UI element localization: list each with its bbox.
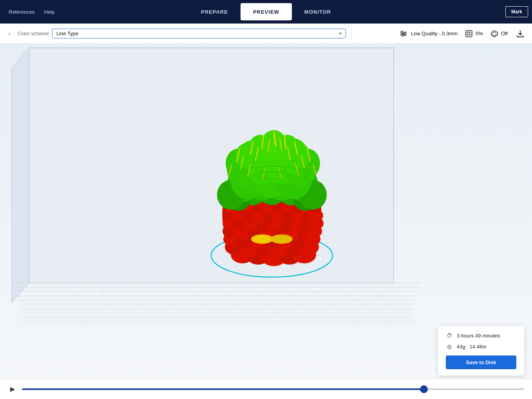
time-row: ⏱ 3 hours 49 minutes bbox=[446, 332, 516, 339]
quality-section[interactable]: Low Quality - 0.3mm bbox=[399, 29, 458, 38]
svg-point-4 bbox=[404, 33, 405, 34]
menu-help[interactable]: Help bbox=[39, 0, 59, 24]
svg-point-3 bbox=[401, 31, 403, 33]
tab-monitor[interactable]: MONITOR bbox=[292, 3, 344, 20]
save-to-disk-button[interactable]: Save to Disk bbox=[446, 355, 516, 369]
weight-row: ◎ 43g · 14.46m bbox=[446, 343, 516, 350]
toolbar-separator-1 bbox=[351, 28, 352, 40]
support-section[interactable]: Off bbox=[490, 29, 508, 38]
quality-settings-icon bbox=[399, 29, 408, 38]
infill-section[interactable]: 0% bbox=[465, 29, 483, 38]
timeline-slider-thumb[interactable] bbox=[420, 385, 428, 393]
svg-marker-12 bbox=[493, 32, 496, 36]
support-label: Off bbox=[501, 31, 508, 36]
tab-preview[interactable]: PREVIEW bbox=[241, 3, 292, 20]
color-scheme-dropdown[interactable]: Line Type ▾ bbox=[52, 29, 346, 38]
mark-button[interactable]: Mark bbox=[505, 6, 528, 17]
info-panel: ⏱ 3 hours 49 minutes ◎ 43g · 14.46m Save… bbox=[438, 326, 524, 375]
color-scheme-label: Color scheme bbox=[18, 31, 49, 36]
color-scheme-chevron-icon: ▾ bbox=[339, 31, 342, 36]
weight-icon: ◎ bbox=[446, 343, 453, 350]
support-icon bbox=[490, 29, 499, 38]
quality-label: Low Quality - 0.3mm bbox=[411, 31, 458, 36]
weight-label: 43g · 14.46m bbox=[457, 344, 487, 350]
menu-references[interactable]: References bbox=[4, 0, 39, 24]
tab-prepare[interactable]: PREPARE bbox=[188, 3, 241, 20]
timeline-slider-fill bbox=[22, 388, 424, 390]
nav-tabs: PREPARE PREVIEW MONITOR bbox=[188, 3, 344, 20]
top-navigation: References Help PREPARE PREVIEW MONITOR … bbox=[0, 0, 532, 24]
svg-point-162 bbox=[236, 143, 257, 168]
svg-point-134 bbox=[253, 235, 271, 242]
toolbar: ‹ Color scheme Line Type ▾ Low Quality -… bbox=[0, 24, 532, 44]
svg-marker-15 bbox=[12, 48, 29, 303]
infill-label: 0% bbox=[476, 31, 483, 36]
time-label: 3 hours 49 minutes bbox=[457, 333, 500, 339]
svg-point-135 bbox=[273, 235, 290, 242]
time-icon: ⏱ bbox=[446, 332, 453, 339]
timeline-bar: ▶ bbox=[0, 379, 532, 399]
nav-right: Mark bbox=[505, 0, 532, 24]
menu-left: References Help bbox=[0, 0, 59, 24]
color-scheme-value: Line Type bbox=[56, 31, 78, 36]
infill-icon bbox=[465, 29, 473, 38]
sidebar-toggle-icon[interactable]: ‹ bbox=[6, 29, 13, 38]
timeline-slider-track[interactable] bbox=[22, 388, 524, 390]
svg-rect-6 bbox=[466, 31, 472, 37]
svg-point-163 bbox=[289, 143, 310, 168]
toolbar-right: Low Quality - 0.3mm 0% Of bbox=[399, 28, 526, 39]
play-button[interactable]: ▶ bbox=[8, 384, 17, 394]
3d-viewport[interactable]: ⏱ 3 hours 49 minutes ◎ 43g · 14.46m Save… bbox=[0, 44, 532, 399]
save-icon-button[interactable] bbox=[515, 28, 526, 39]
3d-model bbox=[174, 63, 370, 287]
svg-point-5 bbox=[402, 34, 404, 36]
